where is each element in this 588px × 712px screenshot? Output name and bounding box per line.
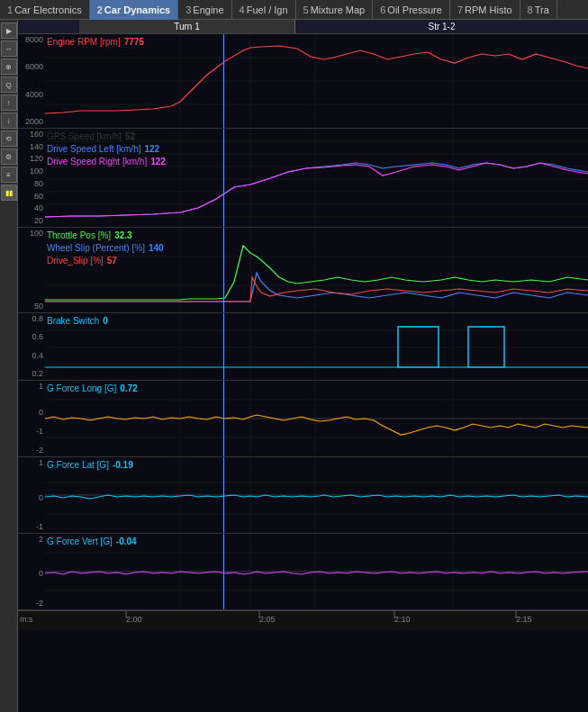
throttle-chart-svg (45, 228, 588, 313)
time-axis: m:s 2:00 2:05 2:10 2:15 (18, 610, 588, 630)
tab-mixture-map[interactable]: 5 Mixture Map (296, 0, 374, 20)
sidebar-icon-7[interactable]: ⟲ (1, 131, 17, 147)
time-ticks-svg (45, 611, 561, 620)
tab-rpm-histo[interactable]: 7 RPM Histo (450, 0, 520, 20)
svg-rect-32 (468, 327, 504, 367)
glat-chart-svg (45, 457, 588, 534)
throttle-y-labels: 100 50 (18, 228, 45, 312)
cursor-line-gvert (223, 534, 224, 609)
sidebar-icon-4[interactable]: Q (1, 77, 17, 93)
time-unit: m:s (20, 615, 33, 624)
glong-y-labels: 1 0 -1 -2 (18, 381, 45, 456)
tab-engine[interactable]: 3 Engine (178, 0, 231, 20)
panel-gvert: 2 0 -2 G Force Vert [G] -0.04 (18, 534, 588, 610)
cursor-line-rpm (223, 34, 224, 128)
gvert-chart-svg (45, 534, 588, 610)
panel-speed: 160 140 120 100 80 60 40 20 GPS Speed [k… (18, 129, 588, 228)
tab-fuel-ign[interactable]: 4 Fuel / Ign (232, 0, 296, 20)
sidebar-icon-3[interactable]: ⊕ (1, 59, 17, 75)
panel-throttle: 100 50 Throttle Pos [%] 32.3 Wheel Slip … (18, 228, 588, 313)
sidebar-icon-9[interactable]: ≡ (1, 167, 17, 183)
sidebar-icon-1[interactable]: ▶ (1, 23, 17, 39)
gvert-y-labels: 2 0 -2 (18, 534, 45, 609)
sidebar-icon-10[interactable]: ▮▮ (1, 185, 17, 201)
brake-y-labels: 0.8 0.6 0.4 0.2 (18, 313, 45, 380)
sidebar-icon-5[interactable]: ↑ (1, 95, 17, 111)
tab-car-electronics[interactable]: 1 Car Electronics (0, 0, 90, 20)
cursor-line-glong (223, 381, 224, 456)
section-header: Turn 1 Str 1-2 (18, 20, 588, 34)
tab-tra[interactable]: 8 Tra (520, 0, 557, 20)
cursor-line-glat (223, 457, 224, 533)
svg-rect-31 (398, 327, 439, 367)
speed-chart-svg (45, 129, 588, 228)
cursor-line-brake (223, 313, 224, 380)
speed-y-labels: 160 140 120 100 80 60 40 20 (18, 129, 45, 227)
section-turn1: Turn 1 (79, 20, 295, 33)
brake-chart-svg (45, 313, 588, 381)
panel-brake: 0.8 0.6 0.4 0.2 Brake Switch 0 (18, 313, 588, 381)
tab-oil-pressure[interactable]: 6 Oil Pressure (373, 0, 450, 20)
cursor-line-throttle (223, 228, 224, 312)
chart-area: Turn 1 Str 1-2 8000 6000 4000 2000 Engin… (18, 20, 588, 712)
panel-glong: 1 0 -1 -2 G Force Long [G] 0.72 (18, 381, 588, 457)
cursor-line-speed (223, 129, 224, 227)
glong-chart-svg (45, 381, 588, 457)
panel-rpm: 8000 6000 4000 2000 Engine RPM [rpm] 777… (18, 34, 588, 129)
sidebar-icon-2[interactable]: ↔ (1, 41, 17, 57)
tab-car-dynamics[interactable]: 2 Car Dynamics (90, 0, 179, 20)
glat-y-labels: 1 0 -1 (18, 457, 45, 533)
sidebar: ▶ ↔ ⊕ Q ↑ ↓ ⟲ ⚙ ≡ ▮▮ (0, 20, 18, 712)
rpm-y-labels: 8000 6000 4000 2000 (18, 34, 45, 128)
section-str12: Str 1-2 (295, 20, 588, 33)
sidebar-icon-6[interactable]: ↓ (1, 113, 17, 129)
sidebar-icon-8[interactable]: ⚙ (1, 149, 17, 165)
panel-glat: 1 0 -1 G Force Lat [G] -0.19 (18, 457, 588, 534)
rpm-chart-svg (45, 34, 588, 129)
tab-bar: 1 Car Electronics 2 Car Dynamics 3 Engin… (0, 0, 588, 20)
